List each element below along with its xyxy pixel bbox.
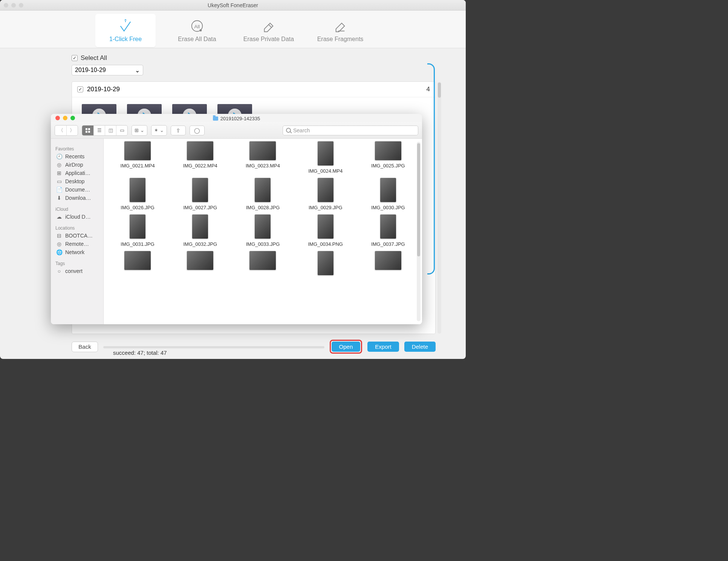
tabs: 1-Click Free All Erase All Data Erase Pr… [0,11,466,48]
file-name: IMG_0022.MP4 [183,163,217,169]
maximize-icon[interactable] [70,116,75,120]
search-input[interactable]: Search [283,126,418,135]
sidebar-item-label: Desktop [65,178,84,184]
file-item[interactable] [358,251,418,278]
file-item[interactable]: IMG_0029.JPG [295,178,356,210]
file-item[interactable]: IMG_0034.PNG [295,214,356,247]
select-all-row[interactable]: ✓ Select All [72,54,436,62]
sidebar-item[interactable]: ⬇Downloa… [53,194,101,202]
file-item[interactable]: IMG_0021.MP4 [107,141,168,174]
close-icon[interactable] [55,116,60,120]
sidebar-item-label: Network [65,249,84,255]
file-thumb [249,251,276,270]
file-thumb [317,141,334,166]
file-item[interactable] [107,251,168,278]
group-date-label: 2019-10-29 [87,86,120,93]
file-item[interactable]: IMG_0033.JPG [232,214,293,247]
list-view-button[interactable]: ☰ [93,126,105,135]
view-mode-segment: ☰ ◫ ▭ [82,125,128,136]
minimize-icon[interactable] [63,116,67,120]
gallery-view-button[interactable]: ▭ [116,126,127,135]
app-title: UkeySoft FoneEraser [0,2,466,8]
date-group-header[interactable]: ✓ 2019-10-29 4 [72,82,435,97]
scrollbar[interactable] [437,82,441,334]
date-select-value: 2019-10-29 [75,67,106,74]
file-thumb [375,141,402,161]
file-name: IMG_0027.JPG [183,205,217,210]
tab-label: Erase Fragments [317,36,364,43]
sidebar-item-icon: ☁ [56,214,62,220]
file-thumb [317,214,334,239]
action-menu-button[interactable]: ✶ ⌄ [151,125,167,136]
finder-toolbar: 〈 〉 ☰ ◫ ▭ ⊞ ⌄ ✶ ⌄ ⇪ ◯ Search [51,122,422,139]
file-thumb [375,251,402,270]
open-button[interactable]: Open [332,342,361,352]
sidebar-item[interactable]: ☁iCloud D… [53,213,101,221]
file-thumb [254,214,271,239]
file-item[interactable]: IMG_0030.JPG [358,178,418,210]
file-thumb [380,214,396,239]
file-item[interactable]: IMG_0026.JPG [107,178,168,210]
file-item[interactable]: IMG_0031.JPG [107,214,168,247]
file-item[interactable]: IMG_0037.JPG [358,214,418,247]
sidebar-item[interactable]: ◎AirDrop [53,161,101,169]
file-item[interactable] [232,251,293,278]
forward-nav-button[interactable]: 〉 [66,126,78,135]
chevron-down-icon: ⌄ [135,67,140,74]
file-area: IMG_0021.MP4IMG_0022.MP4IMG_0023.MP4IMG_… [104,139,422,324]
export-button[interactable]: Export [367,342,399,352]
file-name: IMG_0025.JPG [371,163,405,169]
file-item[interactable]: IMG_0022.MP4 [170,141,230,174]
share-button[interactable]: ⇪ [171,126,186,135]
scrollbar[interactable] [417,142,421,321]
sidebar-item[interactable]: ○convert [53,267,101,275]
open-button-highlight: Open [330,340,362,354]
file-name: IMG_0029.JPG [309,205,343,210]
file-item[interactable]: IMG_0027.JPG [170,178,230,210]
sidebar-item-label: AirDrop [65,162,83,168]
sidebar-item-icon: ▭ [56,178,62,184]
sidebar-item-label: Docume… [65,187,90,193]
sidebar-item-label: BOOTCA… [65,233,93,239]
sidebar-section-tags: Tags [53,260,101,267]
icon-view-button[interactable] [82,126,93,135]
erase-all-icon: All [190,18,205,34]
delete-button[interactable]: Delete [404,342,436,352]
tags-button[interactable]: ◯ [190,126,205,135]
file-item[interactable]: IMG_0028.JPG [232,178,293,210]
finder-sidebar: Favorites 🕘Recents◎AirDrop⊞Applicati…▭De… [51,139,104,324]
tab-click-free[interactable]: 1-Click Free [95,14,156,47]
back-nav-button[interactable]: 〈 [55,126,66,135]
file-thumb [192,178,208,202]
file-thumb [129,178,146,202]
group-checkbox[interactable]: ✓ [77,86,83,92]
file-item[interactable]: IMG_0024.MP4 [295,141,356,174]
sidebar-item[interactable]: ◎Remote… [53,240,101,248]
group-by-button[interactable]: ⊞ ⌄ [132,125,147,136]
file-name: IMG_0024.MP4 [308,168,343,174]
tab-erase-fragments[interactable]: Erase Fragments [310,14,370,47]
file-item[interactable]: IMG_0025.JPG [358,141,418,174]
tab-erase-private[interactable]: Erase Private Data [239,14,299,47]
file-name: IMG_0032.JPG [183,241,217,247]
tab-erase-all[interactable]: All Erase All Data [167,14,227,47]
file-item[interactable] [170,251,230,278]
sidebar-item[interactable]: 📄Docume… [53,185,101,194]
file-thumb [192,214,208,239]
sidebar-item[interactable]: ⊟BOOTCA… [53,231,101,240]
column-view-button[interactable]: ◫ [105,126,116,135]
sidebar-item[interactable]: ⊞Applicati… [53,169,101,177]
file-item[interactable] [295,251,356,278]
finder-window: 20191029-142335 〈 〉 ☰ ◫ ▭ ⊞ ⌄ ✶ ⌄ ⇪ ◯ Se… [51,114,422,324]
sidebar-item-label: iCloud D… [65,214,91,220]
search-placeholder: Search [293,127,310,133]
back-button[interactable]: Back [72,342,98,352]
date-select[interactable]: 2019-10-29 ⌄ [72,65,143,75]
sidebar-item[interactable]: ▭Desktop [53,177,101,185]
sidebar-item[interactable]: 🌐Network [53,248,101,256]
select-all-checkbox[interactable]: ✓ [72,55,78,61]
file-item[interactable]: IMG_0032.JPG [170,214,230,247]
file-item[interactable]: IMG_0023.MP4 [232,141,293,174]
sidebar-item[interactable]: 🕘Recents [53,152,101,161]
progress-bar [103,346,324,348]
